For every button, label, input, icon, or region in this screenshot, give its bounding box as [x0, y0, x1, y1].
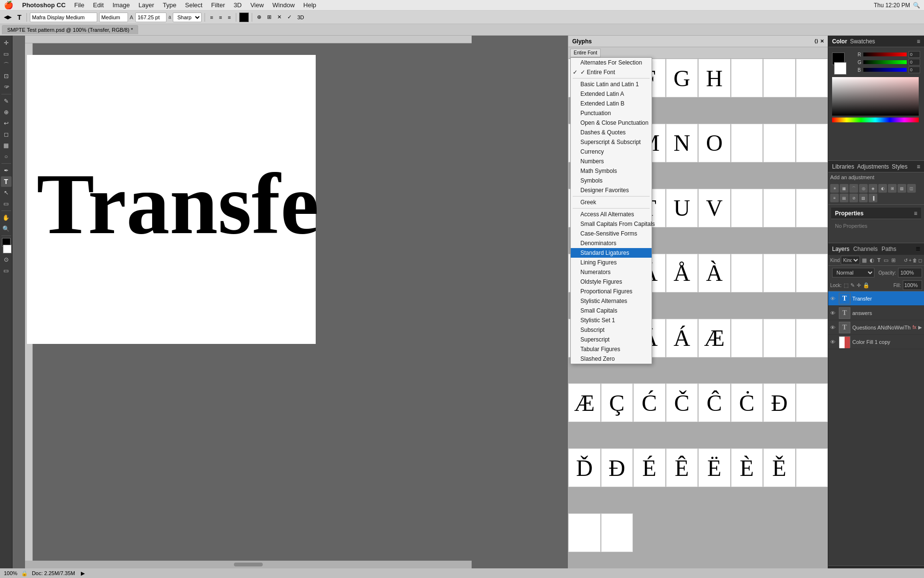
glyph-cell-empty6[interactable]: [796, 124, 828, 162]
dropdown-access-all-alternates[interactable]: Access All Alternates: [571, 210, 652, 219]
dropdown-open-close-punctuation[interactable]: Open & Close Punctuation: [571, 118, 652, 128]
g-value[interactable]: [909, 59, 920, 66]
lock-pixels-icon[interactable]: ✎: [850, 282, 855, 289]
background-color[interactable]: [3, 245, 12, 253]
selection-tool[interactable]: ▭: [1, 49, 12, 59]
glyphs-close-icon[interactable]: ✕: [820, 39, 824, 44]
hand-tool[interactable]: ✋: [1, 212, 12, 223]
zoom-tool[interactable]: 🔍: [1, 223, 12, 234]
dropdown-extended-latin-b[interactable]: Extended Latin B: [571, 99, 652, 108]
dropdown-stylistic-set-1[interactable]: Stylistic Set 1: [571, 315, 652, 325]
blend-mode-select[interactable]: Normal Multiply Screen Overlay: [832, 268, 874, 277]
adj-vibrance-icon[interactable]: ◈: [869, 184, 877, 193]
search-icon[interactable]: 🔍: [913, 2, 920, 9]
path-selection-tool[interactable]: ↖: [1, 187, 12, 198]
dropdown-standard-ligatures[interactable]: Standard Ligatures: [571, 248, 652, 258]
glyph-cell-empty10[interactable]: [731, 254, 763, 292]
styles-tab[interactable]: Styles: [892, 163, 908, 170]
adj-posterize-icon[interactable]: ▧: [859, 194, 868, 202]
dropdown-denominators[interactable]: Denominators: [571, 238, 652, 248]
layers-delete-icon[interactable]: 🗑: [912, 258, 917, 263]
glyph-cell-empty17[interactable]: [796, 448, 828, 487]
dropdown-basic-latin[interactable]: Basic Latin and Latin 1: [571, 79, 652, 89]
layers-options-icon[interactable]: ≡: [916, 245, 920, 253]
menu-image[interactable]: Image: [109, 0, 134, 10]
layer-visibility-questions[interactable]: 👁: [830, 325, 837, 330]
align-left-icon[interactable]: ≡: [208, 13, 215, 21]
glyph-cell-N[interactable]: N: [666, 124, 698, 162]
menu-photoshop[interactable]: Photoshop CC: [18, 0, 69, 10]
b-slider[interactable]: [863, 68, 907, 72]
adj-hue-sat-icon[interactable]: ◐: [878, 184, 887, 193]
glyph-cell-empty14[interactable]: [763, 319, 796, 357]
glyph-cell-Agrave[interactable]: À: [698, 254, 731, 292]
text-tool-icon[interactable]: T: [15, 13, 24, 22]
kind-adjustment-icon[interactable]: ◐: [869, 257, 875, 263]
scrollbar-thumb[interactable]: [234, 563, 263, 566]
r-value[interactable]: [909, 51, 920, 58]
fill-input[interactable]: 100%: [903, 280, 922, 290]
layer-color-fill[interactable]: 👁 Color Fill 1 copy: [828, 335, 924, 349]
layers-refresh-icon[interactable]: ↺: [904, 258, 908, 263]
glyph-cell-empty11[interactable]: [763, 254, 796, 292]
layer-transfer[interactable]: 👁 T Transfer: [828, 291, 924, 306]
layer-answers[interactable]: 👁 T answers: [828, 306, 924, 320]
dropdown-stylistic-alternates[interactable]: Stylistic Alternates: [571, 296, 652, 306]
layer-visibility-answers[interactable]: 👁: [830, 310, 837, 316]
glyph-cell-empty15[interactable]: [796, 319, 828, 357]
dropdown-numerators[interactable]: Numerators: [571, 267, 652, 277]
adj-curves-icon[interactable]: ⌒: [849, 184, 858, 193]
warp-text-icon[interactable]: ⊕: [255, 13, 263, 21]
eraser-tool[interactable]: ◻: [1, 129, 12, 140]
play-button[interactable]: ▶: [81, 570, 85, 577]
dropdown-superscript[interactable]: Superscript: [571, 335, 652, 344]
cancel-icon[interactable]: ✕: [275, 13, 283, 21]
adj-exposure-icon[interactable]: ◎: [859, 184, 868, 193]
font-style-input[interactable]: [99, 13, 128, 22]
dropdown-currency[interactable]: Currency: [571, 147, 652, 157]
menu-type[interactable]: Type: [159, 0, 180, 10]
glyph-cell-empty12[interactable]: [796, 254, 828, 292]
menu-window[interactable]: Window: [269, 0, 298, 10]
tool-option-arrow[interactable]: ◀▶: [2, 13, 13, 21]
dropdown-math-symbols[interactable]: Math Symbols: [571, 166, 652, 176]
dropdown-small-capitals[interactable]: Small Capitals: [571, 306, 652, 315]
dropdown-alternates-for-selection[interactable]: Alternates For Selection: [571, 58, 652, 67]
dropdown-proportional-figures[interactable]: Proportional Figures: [571, 287, 652, 296]
apple-menu[interactable]: 🍎: [4, 0, 13, 10]
glyph-cell-Dcaron[interactable]: Ď: [568, 448, 601, 487]
lock-all-icon[interactable]: 🔒: [863, 282, 870, 289]
text-tool[interactable]: T: [1, 176, 12, 187]
kind-pixel-icon[interactable]: ▦: [861, 257, 868, 263]
glyph-cell-AE[interactable]: Æ: [698, 319, 731, 357]
dropdown-case-sensitive-forms[interactable]: Case-Sensitive Forms: [571, 229, 652, 238]
brush-tool[interactable]: ✎: [1, 96, 12, 106]
glyph-cell-empty16[interactable]: [796, 383, 828, 422]
kind-smart-icon[interactable]: ⊞: [890, 257, 897, 263]
glyph-cell-empty19[interactable]: [601, 513, 633, 552]
glyph-cell-H[interactable]: H: [698, 59, 731, 97]
glyph-cell-Ecircumflex[interactable]: Ê: [666, 448, 698, 487]
menu-edit[interactable]: Edit: [89, 0, 107, 10]
lock-transparent-icon[interactable]: ⬚: [844, 282, 848, 289]
glyph-cell-Egrave[interactable]: È: [731, 448, 763, 487]
b-value[interactable]: [909, 66, 920, 73]
swatches-tab[interactable]: Swatches: [850, 38, 875, 45]
glyphs-dropdown-button[interactable]: Entire Font: [570, 49, 601, 57]
glyph-cell-Edieresis[interactable]: Ë: [698, 448, 731, 487]
glyph-cell-Aring[interactable]: Å: [666, 254, 698, 292]
dropdown-subscript[interactable]: Subscript: [571, 325, 652, 335]
align-center-icon[interactable]: ≡: [217, 13, 224, 21]
commit-icon[interactable]: ✓: [285, 13, 294, 21]
glyph-cell-Eacute[interactable]: É: [633, 448, 666, 487]
glyph-cell-Ccedilla[interactable]: Ç: [601, 383, 633, 422]
channels-tab[interactable]: Channels: [853, 246, 878, 252]
layer-questions[interactable]: 👁 T Questions ANdNoWwiTh fx ▶: [828, 320, 924, 335]
glyph-cell-empty5[interactable]: [763, 124, 796, 162]
glyph-cell-empty3[interactable]: [796, 59, 828, 97]
glyph-cell-Ccaron[interactable]: Č: [666, 383, 698, 422]
layers-mask-icon[interactable]: ◻: [918, 258, 922, 263]
menu-layer[interactable]: Layer: [135, 0, 158, 10]
opacity-input[interactable]: 100%: [898, 268, 922, 277]
3d-mode[interactable]: 3D: [295, 13, 306, 21]
